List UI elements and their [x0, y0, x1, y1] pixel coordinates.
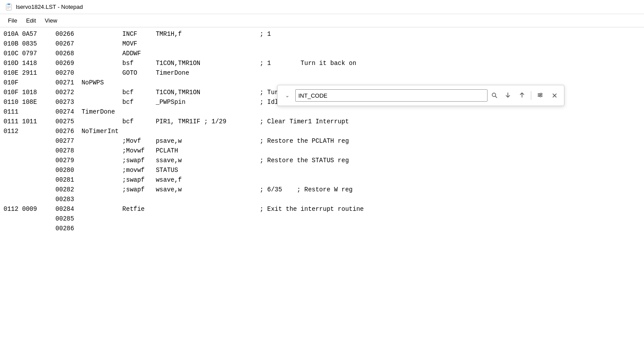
code-line-2: 010C 0797 00268 ADDWF	[0, 49, 644, 58]
code-line-15: 00281 ;swapf wsave,f	[0, 175, 644, 185]
find-next-button[interactable]	[502, 89, 514, 102]
code-line-16: 00282 ;swapf wsave,w ; 6/35 ; Restore W …	[0, 185, 644, 194]
code-line-18: 0112 0009 00284 Retfie ; Exit the interr…	[0, 204, 644, 214]
code-line-20: 00286	[0, 224, 644, 233]
code-line-8: 0111 00274 TimerDone	[0, 107, 644, 117]
code-line-13: 00279 ;swapf ssave,w ; Restore the STATU…	[0, 156, 644, 165]
find-toolbar: ⌄	[277, 85, 564, 106]
code-line-17: 00283	[0, 194, 644, 204]
menu-bar: File Edit View	[0, 14, 644, 27]
menu-view[interactable]: View	[40, 15, 61, 26]
arrow-down-icon	[505, 92, 511, 99]
close-icon: ✕	[552, 91, 557, 100]
find-close-button[interactable]: ✕	[548, 89, 560, 102]
find-prev-button[interactable]	[516, 89, 528, 102]
svg-line-6	[495, 96, 497, 98]
svg-rect-1	[8, 4, 10, 5]
code-line-1: 010B 0835 00267 MOVF	[0, 39, 644, 49]
code-line-19: 00285	[0, 214, 644, 224]
notepad-icon	[5, 4, 12, 11]
options-icon	[537, 92, 543, 99]
title-bar: lservo1824.LST - Notepad	[0, 0, 644, 14]
code-line-9: 0111 1011 00275 bcf PIR1, TMR1IF ; 1/29 …	[0, 117, 644, 126]
code-line-10: 0112 00276 NoTimerInt	[0, 126, 644, 136]
find-input[interactable]	[295, 89, 488, 102]
code-line-12: 00278 ;Movwf PCLATH	[0, 146, 644, 156]
svg-rect-0	[6, 4, 11, 10]
code-line-4: 010E 2911 00270 GOTO TimerDone	[0, 68, 644, 78]
find-divider	[531, 91, 531, 100]
menu-edit[interactable]: Edit	[22, 15, 40, 26]
code-line-11: 00277 ;Movf psave,w ; Restore the PCLATH…	[0, 136, 644, 146]
find-expand-button[interactable]: ⌄	[281, 89, 293, 102]
svg-point-14	[540, 95, 541, 97]
search-icon	[489, 90, 500, 101]
title-bar-text: lservo1824.LST - Notepad	[16, 4, 83, 10]
find-options-button[interactable]	[534, 89, 546, 102]
content-area: 010A 0A57 00266 INCF TMR1H,f ; 1010B 083…	[0, 27, 644, 339]
chevron-down-icon: ⌄	[285, 92, 290, 99]
menu-file[interactable]: File	[4, 15, 22, 26]
code-line-14: 00280 ;movwf STATUS	[0, 165, 644, 175]
code-line-0: 010A 0A57 00266 INCF TMR1H,f ; 1	[0, 29, 644, 39]
svg-point-12	[541, 93, 542, 94]
svg-point-13	[539, 94, 540, 95]
arrow-up-icon	[519, 92, 525, 99]
code-line-3: 010D 1418 00269 bsf T1CON,TMR1ON ; 1 Tur…	[0, 58, 644, 68]
